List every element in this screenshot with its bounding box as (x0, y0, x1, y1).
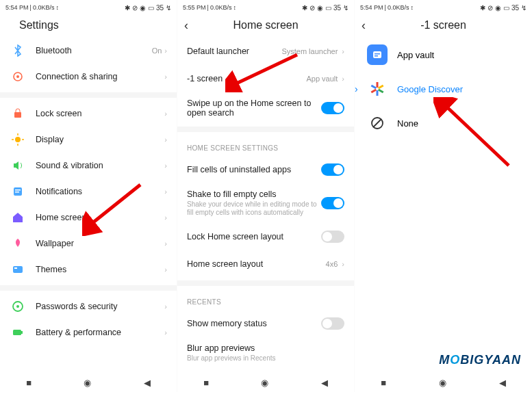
svg-point-1 (16, 75, 19, 78)
svg-rect-18 (375, 53, 380, 55)
svg-point-3 (15, 137, 21, 142)
radio-google-discover[interactable]: › Google Discover (355, 72, 532, 106)
row-lock-layout[interactable]: Lock Home screen layout (177, 223, 354, 250)
wallpaper-icon (10, 237, 26, 250)
toggle[interactable] (321, 197, 344, 209)
radio-none[interactable]: None (355, 106, 532, 140)
selected-icon: › (355, 83, 364, 94)
nav-recents[interactable]: ■ (381, 378, 386, 388)
home-icon (10, 211, 26, 224)
svg-rect-11 (13, 266, 23, 273)
chevron-icon: › (342, 47, 344, 55)
row-sound[interactable]: Sound & vibration › (0, 153, 177, 179)
row-battery[interactable]: Battery & performance › (0, 319, 177, 345)
page-title: -1 screen (378, 19, 509, 31)
chevron-icon: › (342, 75, 344, 83)
chevron-icon: › (164, 239, 167, 248)
row-wallpaper[interactable]: Wallpaper › (0, 231, 177, 257)
radio-app-vault[interactable]: App vault (355, 38, 532, 72)
chevron-icon: › (164, 109, 167, 118)
row-homescreen[interactable]: Home screen › (0, 205, 177, 231)
nav-home[interactable]: ◉ (439, 378, 446, 388)
row-connection[interactable]: Connection & sharing › (0, 64, 177, 90)
back-button[interactable]: ‹ (184, 18, 201, 33)
row-swipe-search[interactable]: Swipe up on the Home screen to open sear… (177, 92, 354, 124)
nav-recents[interactable]: ■ (203, 378, 209, 388)
svg-rect-16 (21, 331, 23, 334)
status-time: 5:54 PM (5, 4, 29, 11)
chevron-icon: › (164, 161, 167, 170)
toggle[interactable] (321, 231, 344, 243)
row-fill-cells[interactable]: Fill cells of uninstalled apps (177, 156, 354, 183)
status-time: 5:55 PM (183, 4, 206, 11)
chevron-icon: › (164, 328, 167, 337)
status-net: 0.0KB/s (388, 4, 409, 11)
bluetooth-icon: ✱ (125, 4, 130, 12)
minus1-panel: 5:54 PM | 0.0KB/s ↕ ✱⊘◉▭ 35↯ ‹ -1 screen… (355, 0, 532, 392)
dnd-icon: ⊘ (132, 4, 138, 12)
notifications-icon (10, 186, 26, 197)
chevron-icon: › (164, 265, 167, 274)
row-minus1-screen[interactable]: -1 screen App vault › (177, 65, 354, 92)
nav-home[interactable]: ◉ (261, 378, 268, 388)
nav-bar: ■ ◉ ◀ (177, 373, 354, 392)
nav-back[interactable]: ◀ (321, 378, 328, 388)
row-bluetooth[interactable]: Bluetooth On › (0, 38, 177, 64)
row-lockscreen[interactable]: Lock screen › (0, 101, 177, 127)
status-bar: 5:54 PM | 0.0KB/s ↕ ✱ ⊘ ◉ ▭ 35↯ (0, 0, 177, 13)
none-icon (367, 113, 388, 133)
nav-back[interactable]: ◀ (499, 378, 506, 388)
sound-icon (10, 159, 26, 172)
chevron-icon: › (164, 213, 167, 222)
row-shake-fill[interactable]: Shake to fill empty cells Shake your dev… (177, 183, 354, 223)
status-net: 0.0KB/s (33, 4, 55, 11)
nav-home[interactable]: ◉ (84, 378, 91, 388)
row-notifications[interactable]: Notifications › (0, 179, 177, 205)
row-blur-previews[interactable]: Blur app previews Blur app previews in R… (177, 337, 354, 369)
page-title: Settings (7, 19, 170, 31)
row-layout[interactable]: Home screen layout 4x6 › (177, 250, 354, 278)
connection-icon (10, 70, 26, 83)
svg-rect-2 (14, 112, 21, 118)
toggle[interactable] (321, 163, 344, 176)
chevron-icon: › (164, 187, 167, 196)
status-bar: 5:55 PM | 0.0KB/s ↕ ✱⊘◉▭ 35↯ (177, 0, 354, 13)
nav-recents[interactable]: ■ (26, 378, 31, 388)
toggle[interactable] (321, 102, 344, 114)
chevron-icon: › (164, 302, 167, 311)
app-vault-icon (367, 44, 388, 65)
svg-rect-19 (375, 55, 378, 57)
svg-rect-15 (13, 330, 21, 335)
battery-icon (10, 326, 26, 339)
chevron-icon: › (164, 135, 167, 144)
row-passwords[interactable]: Passwords & security › (0, 293, 177, 319)
watermark: MOBIGYAAN (439, 353, 521, 367)
toggle[interactable] (321, 317, 344, 330)
section-header: RECENTS (177, 289, 354, 310)
nav-bar: ■ ◉ ◀ (0, 373, 177, 392)
battery-icon: ▭ (148, 4, 154, 12)
back-button[interactable]: ‹ (362, 18, 378, 33)
lock-icon (10, 108, 26, 119)
chevron-icon: › (164, 73, 167, 81)
svg-rect-10 (15, 192, 19, 193)
nav-back[interactable]: ◀ (144, 378, 151, 388)
themes-icon (10, 263, 26, 276)
settings-panel: 5:54 PM | 0.0KB/s ↕ ✱ ⊘ ◉ ▭ 35↯ Settings… (0, 0, 177, 392)
page-title: Home screen (201, 19, 331, 31)
row-default-launcher[interactable]: Default launcher System launcher › (177, 38, 354, 65)
svg-rect-9 (15, 189, 21, 191)
svg-rect-12 (14, 267, 17, 269)
row-memory-status[interactable]: Show memory status (177, 310, 354, 337)
svg-line-21 (373, 119, 381, 127)
status-bar: 5:54 PM | 0.0KB/s ↕ ✱⊘◉▭ 35↯ (355, 0, 532, 13)
homescreen-panel: 5:55 PM | 0.0KB/s ↕ ✱⊘◉▭ 35↯ ‹ Home scre… (177, 0, 355, 392)
status-net: 0.0KB/s (210, 4, 232, 11)
svg-rect-17 (373, 51, 381, 58)
wifi-icon: ◉ (140, 4, 146, 12)
bluetooth-icon (10, 44, 26, 57)
svg-point-14 (16, 305, 19, 308)
row-display[interactable]: Display › (0, 127, 177, 153)
row-themes[interactable]: Themes › (0, 257, 177, 283)
chevron-icon: › (164, 47, 167, 55)
